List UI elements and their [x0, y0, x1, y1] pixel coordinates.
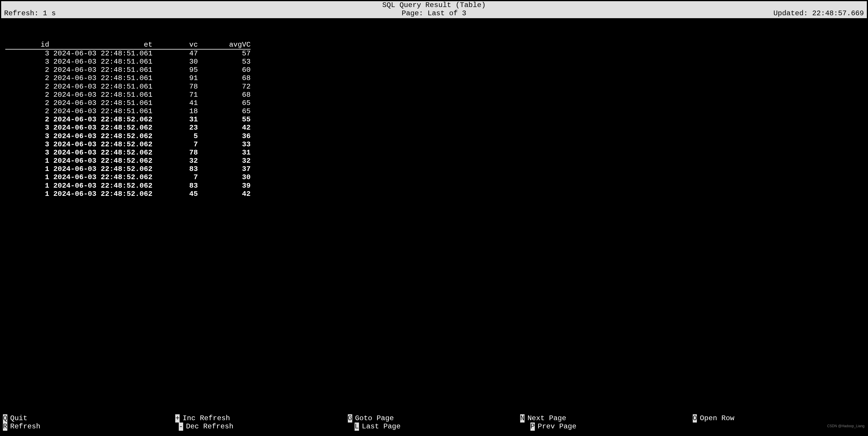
- cell-vc: 95: [152, 66, 198, 74]
- cell-vc: 41: [152, 99, 198, 107]
- cell-id: 3: [5, 141, 49, 149]
- help-item: RRefresh: [3, 423, 179, 431]
- table-row[interactable]: 32024-06-03 22:48:52.0627831: [5, 149, 251, 157]
- cell-id: 3: [5, 132, 49, 141]
- cell-vc: 32: [152, 157, 198, 165]
- cell-et: 2024-06-03 22:48:52.062: [49, 124, 152, 132]
- table-row[interactable]: 12024-06-03 22:48:52.0628339: [5, 182, 251, 190]
- table-row[interactable]: 32024-06-03 22:48:51.0614757: [5, 49, 251, 58]
- cell-avgvc: 42: [198, 190, 251, 198]
- table-row[interactable]: 12024-06-03 22:48:52.0623232: [5, 157, 251, 165]
- cell-avgvc: 65: [198, 99, 251, 107]
- cell-et: 2024-06-03 22:48:52.062: [49, 141, 152, 149]
- table-row[interactable]: 22024-06-03 22:48:51.0611865: [5, 107, 251, 116]
- cell-et: 2024-06-03 22:48:52.062: [49, 132, 152, 141]
- col-header-vc: vc: [152, 41, 198, 49]
- cell-et: 2024-06-03 22:48:51.061: [49, 83, 152, 91]
- refresh-status: Refresh: 1 s: [4, 9, 291, 18]
- help-item: +Inc Refresh: [175, 414, 347, 423]
- table-row[interactable]: 22024-06-03 22:48:51.0619560: [5, 66, 251, 74]
- table-row[interactable]: 22024-06-03 22:48:51.0617872: [5, 83, 251, 91]
- cell-avgvc: 53: [198, 58, 251, 66]
- cell-id: 2: [5, 107, 49, 116]
- table-row[interactable]: 12024-06-03 22:48:52.0628337: [5, 165, 251, 173]
- table-row[interactable]: 22024-06-03 22:48:51.0617168: [5, 91, 251, 99]
- cell-vc: 83: [152, 182, 198, 190]
- table-row[interactable]: 22024-06-03 22:48:51.0614165: [5, 99, 251, 107]
- cell-et: 2024-06-03 22:48:51.061: [49, 58, 152, 66]
- table-row[interactable]: 22024-06-03 22:48:51.0619168: [5, 74, 251, 82]
- help-label: Goto Page: [355, 414, 394, 422]
- cell-id: 2: [5, 91, 49, 99]
- help-key[interactable]: G: [348, 414, 352, 423]
- cell-vc: 31: [152, 116, 198, 124]
- cell-id: 3: [5, 58, 49, 66]
- help-label: Refresh: [10, 423, 40, 430]
- cell-avgvc: 42: [198, 124, 251, 132]
- table-row[interactable]: 32024-06-03 22:48:52.062536: [5, 132, 251, 141]
- help-key[interactable]: R: [3, 423, 7, 431]
- help-item: -Dec Refresh: [179, 423, 354, 431]
- table-row[interactable]: 32024-06-03 22:48:52.0622342: [5, 124, 251, 132]
- cell-et: 2024-06-03 22:48:51.061: [49, 91, 152, 99]
- table-header-row: id et vc avgVC: [5, 41, 251, 49]
- cell-avgvc: 31: [198, 149, 251, 157]
- cell-id: 3: [5, 49, 49, 58]
- help-key[interactable]: P: [530, 423, 535, 431]
- watermark: CSDN @Hadoop_Liang: [827, 424, 865, 428]
- help-label: Next Page: [527, 414, 566, 422]
- help-key[interactable]: L: [354, 423, 359, 431]
- cell-et: 2024-06-03 22:48:52.062: [49, 157, 152, 165]
- cell-et: 2024-06-03 22:48:51.061: [49, 99, 152, 107]
- cell-et: 2024-06-03 22:48:51.061: [49, 107, 152, 116]
- col-header-id: id: [5, 41, 49, 49]
- help-key[interactable]: Q: [3, 414, 7, 423]
- cell-avgvc: 33: [198, 141, 251, 149]
- cell-avgvc: 55: [198, 116, 251, 124]
- help-label: Quit: [10, 414, 28, 422]
- updated-status: Updated: 22:48:57.669: [577, 9, 864, 18]
- cell-id: 1: [5, 157, 49, 165]
- cell-et: 2024-06-03 22:48:52.062: [49, 149, 152, 157]
- cell-avgvc: 36: [198, 132, 251, 141]
- cell-id: 1: [5, 173, 49, 181]
- cell-vc: 47: [152, 49, 198, 58]
- help-label: Last Page: [362, 423, 401, 430]
- cell-vc: 7: [152, 141, 198, 149]
- page-title: SQL Query Result (Table): [4, 1, 864, 9]
- col-header-avgvc: avgVC: [198, 41, 251, 49]
- help-key[interactable]: -: [179, 423, 183, 431]
- cell-avgvc: 57: [198, 49, 251, 58]
- cell-avgvc: 30: [198, 173, 251, 181]
- header-bar: SQL Query Result (Table) Refresh: 1 s Pa…: [1, 1, 867, 18]
- table-row[interactable]: 12024-06-03 22:48:52.0624542: [5, 190, 251, 198]
- help-item: LLast Page: [354, 423, 530, 431]
- cell-avgvc: 72: [198, 83, 251, 91]
- cell-vc: 91: [152, 74, 198, 82]
- help-key[interactable]: N: [520, 414, 525, 423]
- page-status: Page: Last of 3: [291, 9, 577, 18]
- table-row[interactable]: 12024-06-03 22:48:52.062730: [5, 173, 251, 181]
- help-item: QQuit: [3, 414, 175, 423]
- help-key[interactable]: +: [175, 414, 180, 423]
- cell-vc: 71: [152, 91, 198, 99]
- help-label: Prev Page: [538, 423, 577, 430]
- cell-id: 1: [5, 182, 49, 190]
- cell-avgvc: 68: [198, 74, 251, 82]
- cell-avgvc: 65: [198, 107, 251, 116]
- table-row[interactable]: 32024-06-03 22:48:51.0613053: [5, 58, 251, 66]
- cell-et: 2024-06-03 22:48:52.062: [49, 116, 152, 124]
- cell-et: 2024-06-03 22:48:51.061: [49, 49, 152, 58]
- help-key[interactable]: O: [693, 414, 697, 423]
- cell-vc: 23: [152, 124, 198, 132]
- table-row[interactable]: 22024-06-03 22:48:52.0623155: [5, 116, 251, 124]
- cell-vc: 78: [152, 149, 198, 157]
- table-row[interactable]: 32024-06-03 22:48:52.062733: [5, 141, 251, 149]
- cell-id: 1: [5, 165, 49, 173]
- cell-vc: 7: [152, 173, 198, 181]
- cell-id: 3: [5, 149, 49, 157]
- cell-id: 2: [5, 116, 49, 124]
- help-item: OOpen Row: [693, 414, 865, 423]
- cell-avgvc: 32: [198, 157, 251, 165]
- result-table-wrap: id et vc avgVC 32024-06-03 22:48:51.0614…: [1, 18, 867, 215]
